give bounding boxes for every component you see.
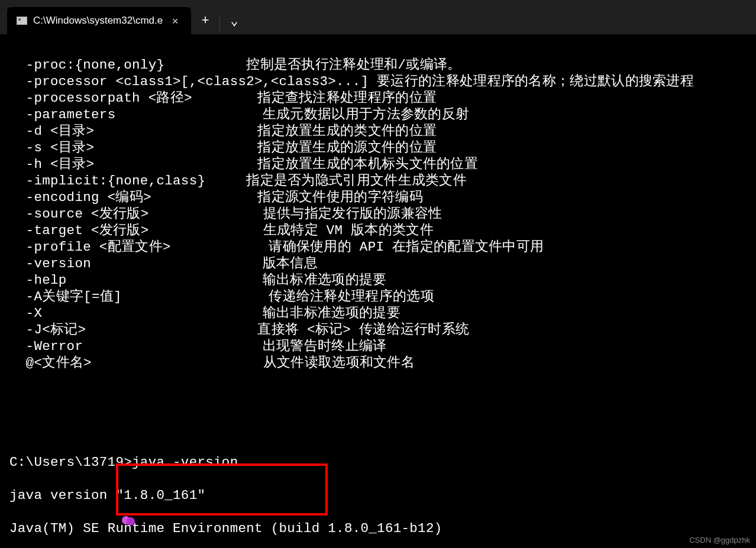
command: java -version [132,455,238,470]
option-line: -help 输出标准选项的提要 [9,272,747,288]
option-flag: -processorpath <路径> [9,90,257,106]
option-line: -A关键字[=值] 传递给注释处理程序的选项 [9,288,747,305]
cmd-icon [17,17,27,25]
option-desc: 指定查找注释处理程序的位置 [257,90,437,106]
option-line: -d <目录> 指定放置生成的类文件的位置 [9,123,747,140]
option-line: -processor <class1>[,<class2>,<class3>..… [9,73,747,90]
option-line: -processorpath <路径> 指定查找注释处理程序的位置 [9,90,747,106]
terminal-output[interactable]: -proc:{none,only} 控制是否执行注释处理和/或编译。 -proc… [0,34,756,548]
tab-dropdown-button[interactable]: ⌄ [220,7,248,34]
option-desc: 指定放置生成的源文件的位置 [257,140,437,156]
option-line: -parameters 生成元数据以用于方法参数的反射 [9,106,747,123]
option-line: -version 版本信息 [9,255,747,272]
option-flag: -implicit:{none,class} [9,173,246,189]
option-desc: 指定放置生成的本机标头文件的位置 [257,156,478,173]
option-flag: -version [9,255,263,272]
new-tab-button[interactable]: + [191,7,219,34]
option-desc: 控制是否执行注释处理和/或编译。 [246,57,461,73]
prompt-line: C:\Users\13719>java -version [9,454,747,471]
tab-close-button[interactable]: ✕ [169,14,182,27]
option-line: -target <发行版> 生成特定 VM 版本的类文件 [9,222,747,239]
tab-title: C:\Windows\system32\cmd.e [33,15,163,27]
option-desc: 生成特定 VM 版本的类文件 [263,222,434,239]
terminal-tab[interactable]: C:\Windows\system32\cmd.e ✕ [7,7,191,34]
option-flag: -target <发行版> [9,222,263,239]
option-flag: -J<标记> [9,322,257,338]
option-desc: 指定放置生成的类文件的位置 [257,123,437,140]
option-line: -J<标记> 直接将 <标记> 传递给运行时系统 [9,322,747,338]
option-flag: -source <发行版> [9,206,263,222]
option-flag: -proc:{none,only} [9,57,246,73]
option-flag: -processor <class1>[,<class2>,<class3>..… [9,73,377,90]
option-desc: 传递给注释处理程序的选项 [269,288,434,305]
option-line: -Werror 出现警告时终止编译 [9,338,747,355]
option-desc: 版本信息 [263,255,318,272]
option-line: -X 输出非标准选项的提要 [9,305,747,322]
output-line: Java(TM) SE Runtime Environment (build 1… [9,520,747,537]
option-flag: -X [9,305,263,322]
option-desc: 输出非标准选项的提要 [263,305,400,322]
prompt: C:\Users\13719> [9,455,132,470]
option-desc: 要运行的注释处理程序的名称；绕过默认的搜索进程 [377,73,694,90]
option-flag: -profile <配置文件> [9,239,269,255]
option-line: -h <目录> 指定放置生成的本机标头文件的位置 [9,156,747,173]
option-desc: 生成元数据以用于方法参数的反射 [263,106,470,123]
option-desc: 输出标准选项的提要 [263,272,387,288]
option-line: -encoding <编码> 指定源文件使用的字符编码 [9,189,747,206]
option-desc: 出现警告时终止编译 [263,338,387,355]
option-line: -source <发行版> 提供与指定发行版的源兼容性 [9,206,747,222]
option-line: @<文件名> 从文件读取选项和文件名 [9,355,747,371]
option-flag: -parameters [9,106,263,123]
option-desc: 请确保使用的 API 在指定的配置文件中可用 [269,239,544,255]
option-flag: -Werror [9,338,263,355]
option-line: -implicit:{none,class} 指定是否为隐式引用文件生成类文件 [9,173,747,189]
option-line: -s <目录> 指定放置生成的源文件的位置 [9,140,747,156]
option-flag: -h <目录> [9,156,257,173]
option-line: -profile <配置文件> 请确保使用的 API 在指定的配置文件中可用 [9,239,747,255]
option-desc: 提供与指定发行版的源兼容性 [263,206,442,222]
option-desc: 直接将 <标记> 传递给运行时系统 [257,322,469,338]
option-flag: -s <目录> [9,140,257,156]
option-flag: -help [9,272,263,288]
option-desc: 从文件读取选项和文件名 [263,355,415,371]
watermark: CSDN @ggdpzhk [689,536,750,544]
option-desc: 指定源文件使用的字符编码 [257,189,423,206]
option-flag: -d <目录> [9,123,257,140]
option-flag: @<文件名> [9,355,263,371]
window-titlebar: C:\Windows\system32\cmd.e ✕ + ⌄ [0,0,756,34]
option-line: -proc:{none,only} 控制是否执行注释处理和/或编译。 [9,57,747,73]
option-desc: 指定是否为隐式引用文件生成类文件 [246,173,467,189]
output-line: java version "1.8.0_161" [9,487,747,504]
option-flag: -A关键字[=值] [9,288,269,305]
option-flag: -encoding <编码> [9,189,257,206]
